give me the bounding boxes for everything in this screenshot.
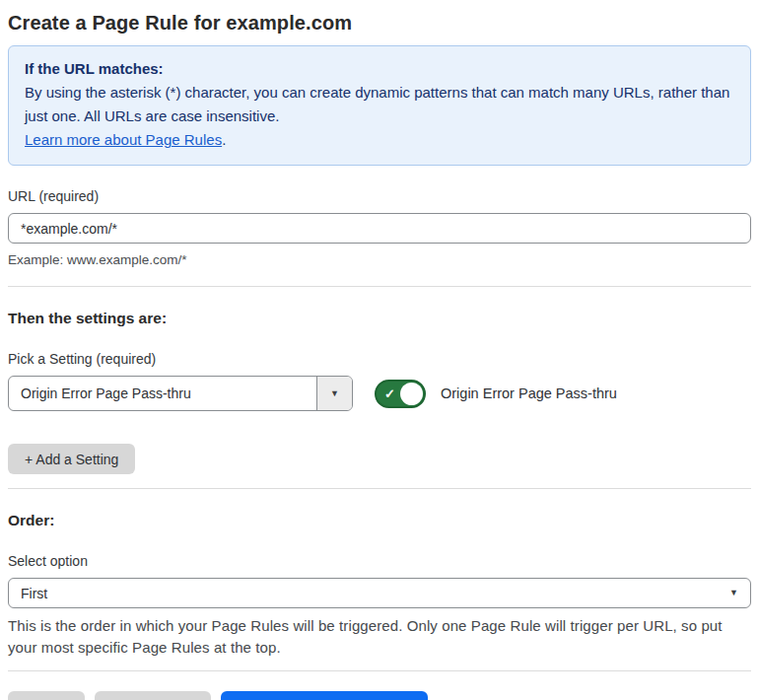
url-input[interactable] xyxy=(8,213,751,244)
info-box-link-line: Learn more about Page Rules. xyxy=(25,128,734,152)
setting-toggle-label: Origin Error Page Pass-thru xyxy=(441,385,617,401)
toggle-knob xyxy=(400,383,423,405)
setting-toggle[interactable]: ✓ xyxy=(375,380,426,408)
url-field-label: URL (required) xyxy=(8,187,751,205)
order-select[interactable]: First ▼ xyxy=(8,578,751,608)
pick-setting-label: Pick a Setting (required) xyxy=(8,350,751,368)
divider-url-section xyxy=(8,286,751,287)
setting-picker-dropdown-button[interactable]: ▼ xyxy=(316,377,352,410)
learn-more-link[interactable]: Learn more about Page Rules xyxy=(25,131,222,148)
order-section-heading: Order: xyxy=(8,511,751,530)
settings-section-heading: Then the settings are: xyxy=(8,309,751,328)
info-box-heading: If the URL matches: xyxy=(25,57,734,81)
setting-row: Origin Error Page Pass-thru ▼ ✓ Origin E… xyxy=(8,376,751,411)
add-setting-button[interactable]: + Add a Setting xyxy=(8,444,135,474)
info-box-body: By using the asterisk (*) character, you… xyxy=(25,81,734,128)
order-select-label: Select option xyxy=(8,552,751,570)
chevron-down-icon: ▼ xyxy=(729,589,738,597)
order-select-value: First xyxy=(21,586,729,601)
page-title: Create a Page Rule for example.com xyxy=(8,8,751,37)
divider-footer xyxy=(8,670,751,671)
divider-settings-section xyxy=(8,488,751,489)
cancel-button[interactable]: Cancel xyxy=(8,691,85,700)
url-match-info-box: If the URL matches: By using the asteris… xyxy=(8,45,751,166)
save-as-draft-button[interactable]: Save as Draft xyxy=(95,691,212,700)
checkmark-icon: ✓ xyxy=(384,387,395,400)
save-and-deploy-button[interactable]: Save and Deploy Page Rule xyxy=(221,691,428,700)
link-suffix: . xyxy=(222,131,226,148)
setting-picker-value: Origin Error Page Pass-thru xyxy=(9,377,316,410)
footer-actions: Cancel Save as Draft Save and Deploy Pag… xyxy=(8,691,751,700)
setting-picker-combobox[interactable]: Origin Error Page Pass-thru ▼ xyxy=(8,376,353,411)
url-example-helper: Example: www.example.com/* xyxy=(8,250,751,270)
chevron-down-icon: ▼ xyxy=(330,389,339,398)
order-helper-text: This is the order in which your Page Rul… xyxy=(8,615,751,659)
